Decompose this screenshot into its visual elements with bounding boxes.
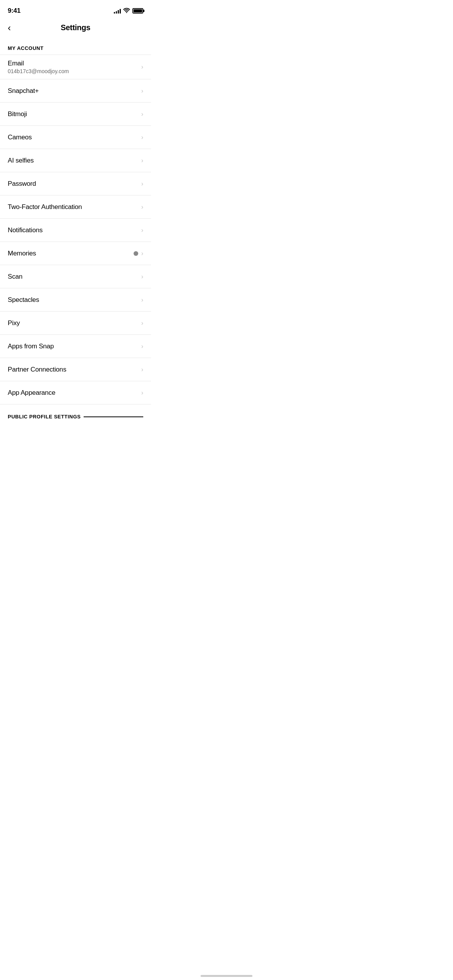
password-label: Password bbox=[8, 180, 141, 188]
chevron-icon: › bbox=[141, 87, 143, 94]
app-appearance-label: App Appearance bbox=[8, 389, 141, 397]
spectacles-label: Spectacles bbox=[8, 296, 141, 304]
notifications-label: Notifications bbox=[8, 226, 141, 234]
chevron-icon: › bbox=[141, 157, 143, 164]
chevron-icon: › bbox=[141, 227, 143, 234]
ai-selfies-label: AI selfies bbox=[8, 157, 141, 164]
two-factor-auth-label: Two-Factor Authentication bbox=[8, 203, 141, 211]
chevron-icon: › bbox=[141, 320, 143, 327]
settings-item-scan[interactable]: Scan › bbox=[0, 265, 151, 288]
apps-from-snap-label: Apps from Snap bbox=[8, 343, 141, 350]
memories-label: Memories bbox=[8, 250, 134, 257]
partner-connections-label: Partner Connections bbox=[8, 366, 141, 373]
status-time: 9:41 bbox=[8, 7, 21, 15]
settings-item-email[interactable]: Email 014b17c3@moodjoy.com › bbox=[0, 55, 151, 79]
public-profile-section-header: PUBLIC PROFILE SETTINGS bbox=[0, 404, 151, 423]
settings-item-partner-connections[interactable]: Partner Connections › bbox=[0, 358, 151, 381]
settings-item-two-factor-auth[interactable]: Two-Factor Authentication › bbox=[0, 195, 151, 219]
settings-item-ai-selfies[interactable]: AI selfies › bbox=[0, 149, 151, 172]
email-label: Email bbox=[8, 60, 141, 67]
settings-item-memories[interactable]: Memories › bbox=[0, 242, 151, 265]
settings-item-pixy[interactable]: Pixy › bbox=[0, 312, 151, 335]
my-account-section-title: MY ACCOUNT bbox=[8, 45, 43, 51]
pixy-label: Pixy bbox=[8, 319, 141, 327]
chevron-icon: › bbox=[141, 111, 143, 118]
settings-list: Email 014b17c3@moodjoy.com › Snapchat+ ›… bbox=[0, 55, 151, 404]
settings-item-snapchat-plus[interactable]: Snapchat+ › bbox=[0, 79, 151, 103]
settings-item-app-appearance[interactable]: App Appearance › bbox=[0, 381, 151, 404]
chevron-icon: › bbox=[141, 204, 143, 211]
chevron-icon: › bbox=[141, 343, 143, 350]
chevron-icon: › bbox=[141, 366, 143, 373]
wifi-icon bbox=[123, 8, 130, 14]
chevron-icon: › bbox=[141, 180, 143, 187]
scan-label: Scan bbox=[8, 273, 141, 281]
battery-icon bbox=[132, 8, 143, 14]
settings-item-notifications[interactable]: Notifications › bbox=[0, 219, 151, 242]
settings-item-apps-from-snap[interactable]: Apps from Snap › bbox=[0, 335, 151, 358]
snapchat-plus-label: Snapchat+ bbox=[8, 87, 141, 95]
settings-item-bitmoji[interactable]: Bitmoji › bbox=[0, 103, 151, 126]
status-icons bbox=[114, 8, 143, 14]
notification-dot bbox=[134, 251, 138, 256]
cameos-label: Cameos bbox=[8, 134, 141, 141]
settings-item-password[interactable]: Password › bbox=[0, 172, 151, 195]
chevron-icon: › bbox=[141, 134, 143, 141]
public-profile-section-title: PUBLIC PROFILE SETTINGS bbox=[8, 414, 81, 420]
email-value: 014b17c3@moodjoy.com bbox=[8, 68, 141, 74]
settings-item-cameos[interactable]: Cameos › bbox=[0, 126, 151, 149]
chevron-icon: › bbox=[141, 250, 143, 257]
header: ‹ Settings bbox=[0, 19, 151, 38]
my-account-section-header: MY ACCOUNT bbox=[0, 38, 151, 55]
chevron-icon: › bbox=[141, 296, 143, 303]
back-button[interactable]: ‹ bbox=[8, 23, 11, 33]
chevron-icon: › bbox=[141, 63, 143, 70]
page-title: Settings bbox=[61, 23, 91, 32]
chevron-icon: › bbox=[141, 389, 143, 396]
signal-icon bbox=[114, 8, 121, 14]
chevron-icon: › bbox=[141, 273, 143, 280]
settings-item-spectacles[interactable]: Spectacles › bbox=[0, 288, 151, 312]
status-bar: 9:41 bbox=[0, 0, 151, 19]
bitmoji-label: Bitmoji bbox=[8, 110, 141, 118]
bottom-line-decoration bbox=[84, 416, 143, 417]
